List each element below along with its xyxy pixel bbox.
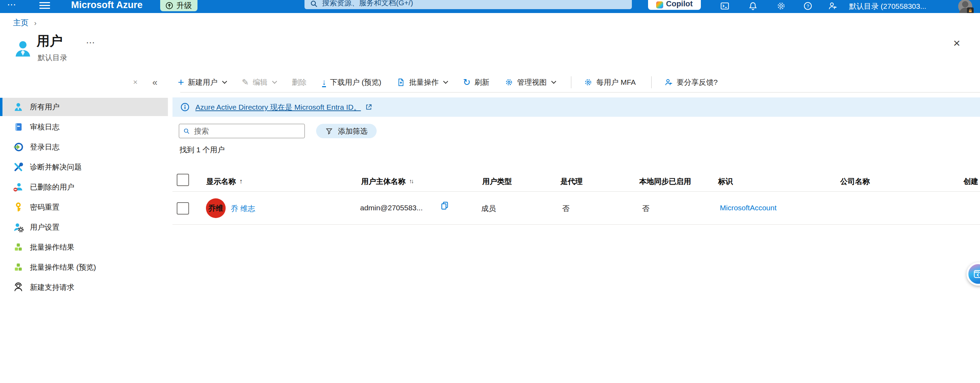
row-checkbox[interactable] [177,202,189,215]
column-header-display-name[interactable]: 显示名称 ↑ [206,177,243,187]
notifications-bell-button[interactable] [747,0,759,12]
directory-label[interactable]: 默认目录 (270558303... [849,2,955,11]
breadcrumb-separator: › [34,19,37,27]
column-header-user-type[interactable]: 用户类型 [482,177,512,187]
bulk-results-cubes-icon [13,242,24,253]
more-icon[interactable]: ⋯ [7,0,17,10]
toolbar-separator [571,76,571,88]
copilot-label: Copilot [666,0,693,8]
cloud-shell-button[interactable] [719,0,731,12]
panel-close-icon[interactable]: × [133,78,138,87]
user-settings-icon [13,222,24,233]
add-filter-label: 添加筛选 [338,126,368,136]
sidebar-item-bulk-results-preview[interactable]: 批量操作结果 (预览) [0,258,168,277]
chevron-down-icon [272,79,277,84]
download-users-button[interactable]: ↓ 下载用户 (预览) [322,78,381,87]
diagnose-tools-icon [13,161,24,173]
audit-logs-icon [13,121,24,133]
close-blade-button[interactable]: × [949,35,964,51]
breadcrumb-home-link[interactable]: 主页 [13,17,29,28]
helper-window-icon [973,269,980,279]
password-key-icon [13,201,24,213]
page-title: 用户 [37,32,63,50]
hamburger-menu-icon[interactable] [40,2,50,10]
search-icon [183,128,190,135]
search-icon [310,0,318,8]
sort-ascending-icon: ↑ [239,177,243,185]
user-display-name-link[interactable]: 乔 维志 [231,204,255,214]
select-all-checkbox[interactable] [177,174,189,186]
copy-icon[interactable] [440,201,450,212]
copilot-button[interactable]: Copilot [648,0,701,10]
external-link-icon [365,103,372,111]
sidebar-item-password-reset[interactable]: 密码重置 [0,198,168,216]
table-header-row: 显示名称 ↑ 用户主体名称 ↑↓ 用户类型 是代理 本地同步已启用 标识 公司名… [172,173,980,192]
info-icon [180,102,190,112]
chevron-down-icon [443,79,448,84]
sidebar-menu: 所有用户 审核日志 登录日志 [0,93,168,383]
per-user-mfa-button[interactable]: 每用户 MFA [584,78,636,87]
sidebar-item-new-support-request[interactable]: 新建支持请求 [0,278,168,296]
column-header-onprem-sync[interactable]: 本地同步已启用 [639,177,691,187]
share-feedback-button[interactable]: 要分享反馈? [664,78,718,87]
refresh-icon: ↻ [463,77,471,88]
account-avatar[interactable] [958,0,972,13]
help-button[interactable]: ? [802,0,814,12]
entra-info-banner: Azure Active Directory 现在是 Microsoft Ent… [172,97,980,117]
global-search-input[interactable]: 搜索资源、服务和文档(G+/) [304,0,632,9]
onprem-sync-cell: 否 [642,204,649,214]
copilot-logo-icon [656,2,663,8]
download-icon: ↓ [322,78,326,87]
sidebar-item-bulk-results[interactable]: 批量操作结果 [0,238,168,256]
add-filter-button[interactable]: 添加筛选 [316,124,377,138]
sidebar-item-user-settings[interactable]: 用户设置 [0,218,168,236]
bulk-results-cubes-icon [13,262,24,273]
user-avatar: 乔维 [206,198,226,218]
new-user-button[interactable]: + 新建用户 [178,78,226,87]
column-header-created[interactable]: 创建 [964,177,978,187]
user-type-cell: 成员 [481,204,496,214]
top-bar: ⋯ Microsoft Azure 升级 搜索资源、服务和文档(G+/) Cop… [0,0,980,13]
bulk-operations-button[interactable]: 批量操作 [397,78,447,87]
azure-portal-page: ⋯ Microsoft Azure 升级 搜索资源、服务和文档(G+/) Cop… [0,0,980,383]
floating-helper-button[interactable] [967,263,980,286]
sidebar-item-diagnose[interactable]: 诊断并解决问题 [0,158,168,176]
sidebar-item-signin-logs[interactable]: 登录日志 [0,138,168,156]
sidebar-item-deleted-users[interactable]: 已删除的用户 [0,178,168,196]
column-header-identity[interactable]: 标识 [718,177,733,187]
global-search-placeholder: 搜索资源、服务和文档(G+/) [322,0,413,8]
edit-button[interactable]: ✎ 编辑 [242,78,276,87]
svg-text:?: ? [807,3,809,9]
upgrade-label: 升级 [177,0,192,11]
signin-logs-icon [13,141,24,153]
upgrade-button[interactable]: 升级 [160,0,197,11]
table-row[interactable]: 乔维 乔 维志 admin@2705583... 成员 否 否 Microsof… [172,192,980,225]
results-count: 找到 1 个用户 [180,145,224,155]
sidebar-item-all-users[interactable]: 所有用户 [0,98,168,116]
lock-icon [967,7,974,13]
feedback-button[interactable] [827,0,838,12]
settings-gear-button[interactable] [775,0,787,12]
upgrade-arrow-icon [165,2,173,10]
support-person-icon [13,282,24,293]
page-subtitle: 默认目录 [38,53,67,63]
panel-collapse-icon[interactable]: « [153,77,158,88]
delete-button[interactable]: 删除 [292,78,307,87]
title-more-icon[interactable]: ⋯ [86,37,96,48]
all-users-icon [13,101,24,112]
refresh-button[interactable]: ↻ 刷新 [463,77,489,88]
brand-title[interactable]: Microsoft Azure [71,0,143,11]
pencil-icon: ✎ [242,78,249,87]
gear-icon [584,78,592,87]
column-header-company[interactable]: 公司名称 [840,177,870,187]
identity-link[interactable]: MicrosoftAccount [720,204,776,212]
user-search-box [179,124,305,138]
user-search-input[interactable] [194,127,300,135]
column-header-upn[interactable]: 用户主体名称 ↑↓ [361,177,413,187]
entra-banner-link[interactable]: Azure Active Directory 现在是 Microsoft Ent… [196,102,372,112]
sidebar-item-audit-logs[interactable]: 审核日志 [0,118,168,136]
filter-funnel-icon [325,127,333,135]
user-upn: admin@2705583... [360,204,423,212]
manage-view-button[interactable]: 管理视图 [505,78,555,87]
column-header-is-agent[interactable]: 是代理 [560,177,582,187]
